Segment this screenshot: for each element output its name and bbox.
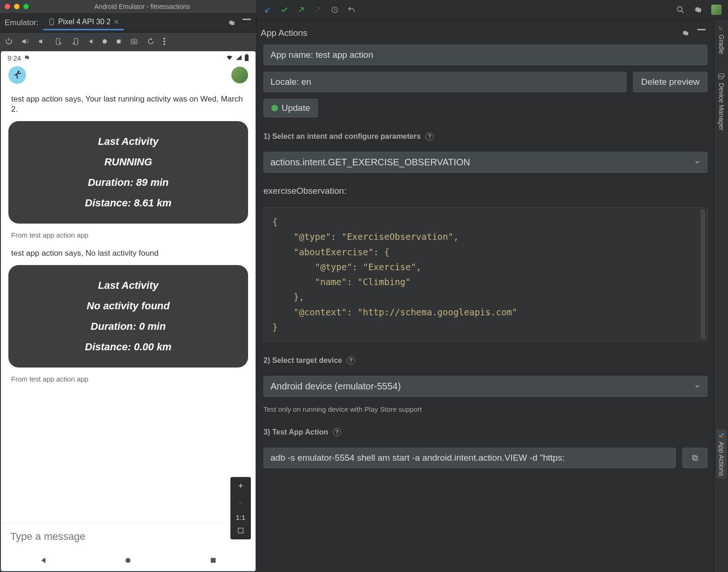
card1-source: From test app action app (11, 231, 245, 239)
nav-recents-icon[interactable] (209, 556, 217, 565)
svg-point-15 (126, 558, 131, 563)
undo-icon[interactable] (347, 6, 356, 14)
help-icon[interactable]: ? (425, 132, 434, 141)
tool-rail: Gradle Device Manager App Actions (714, 20, 728, 572)
help-icon[interactable]: ? (347, 356, 355, 365)
emulator-tab[interactable]: Pixel 4 API 30 2 ✕ (43, 15, 124, 30)
assistant-response-1: test app action says, Your last running … (11, 94, 245, 115)
emulator-toolbar (0, 33, 256, 50)
card2-type: No activity found (15, 296, 242, 316)
minimize-icon[interactable] (243, 19, 251, 20)
app-actions-panel: App Actions App name: test app action Lo… (257, 20, 714, 572)
history-icon[interactable] (330, 6, 339, 14)
assistant-input[interactable] (10, 531, 246, 543)
zoom-controls: ＋ － 1:1 (230, 477, 251, 539)
settings-gear-icon[interactable] (694, 5, 703, 14)
tab-close-icon[interactable]: ✕ (114, 18, 119, 26)
more-icon[interactable] (163, 37, 166, 46)
intent-value: actions.intent.GET_EXERCISE_OBSERVATION (270, 157, 470, 168)
close-window-dot[interactable] (5, 4, 10, 9)
device-dropdown[interactable]: Android device (emulator-5554) (263, 376, 708, 397)
nav-back-icon[interactable] (39, 556, 47, 565)
search-icon[interactable] (676, 5, 685, 14)
rotate-left-icon[interactable] (54, 37, 63, 46)
minimize-window-dot[interactable] (14, 4, 20, 9)
panel-gear-icon[interactable] (681, 29, 690, 37)
check-icon[interactable] (280, 6, 289, 14)
assistant-icon (718, 432, 725, 439)
snapshot-icon[interactable] (146, 37, 155, 46)
phone-screen: 9:24 test app action says, Your last run… (1, 51, 256, 571)
device-hint: Test only on running device with Play St… (263, 405, 708, 413)
gear-icon[interactable] (228, 19, 236, 27)
status-gear-icon (24, 54, 30, 62)
svg-point-26 (719, 436, 721, 437)
chevron-down-icon (694, 381, 701, 392)
svg-rect-23 (719, 76, 723, 79)
param-json-text: { "@type": "ExerciseObservation", "about… (272, 217, 517, 332)
rail-app-actions[interactable]: App Actions (716, 429, 727, 479)
svg-rect-16 (211, 558, 216, 563)
app-name-field[interactable]: App name: test app action (263, 45, 708, 65)
svg-point-5 (102, 39, 107, 43)
power-icon[interactable] (5, 37, 13, 46)
svg-rect-12 (246, 54, 248, 55)
record-icon[interactable] (101, 38, 108, 45)
svg-rect-11 (245, 55, 249, 61)
camera-icon[interactable] (129, 37, 139, 46)
delete-preview-button[interactable]: Delete preview (633, 72, 708, 92)
wifi-icon (226, 54, 233, 61)
svg-point-25 (721, 436, 723, 438)
volume-up-icon[interactable] (20, 37, 30, 46)
ide-window: App Actions App name: test app action Lo… (257, 0, 728, 572)
adb-command-field[interactable]: adb -s emulator-5554 shell am start -a a… (263, 448, 676, 468)
status-time: 9:24 (7, 54, 21, 62)
svg-rect-21 (693, 456, 696, 459)
phone-statusbar: 9:24 (1, 51, 256, 64)
zoom-window-dot[interactable] (23, 4, 29, 9)
zoom-fit-button[interactable] (230, 524, 251, 539)
emulator-titlebar: Android Emulator - fitnessactions (0, 0, 256, 13)
panel-title: App Actions (261, 28, 307, 38)
editor-scrollbar[interactable] (701, 210, 705, 339)
back-icon[interactable] (88, 38, 94, 45)
update-button[interactable]: Update (263, 99, 318, 117)
card2-duration: Duration: 0 min (15, 316, 242, 337)
arrow-up-right-icon[interactable] (297, 6, 305, 14)
emulator-tab-label: Pixel 4 API 30 2 (58, 18, 111, 26)
zoom-out-button[interactable]: － (230, 494, 251, 511)
arrow-disabled-icon (314, 6, 322, 14)
assistant-header (1, 64, 256, 89)
intent-dropdown[interactable]: actions.intent.GET_EXERCISE_OBSERVATION (263, 152, 708, 173)
running-icon (8, 66, 26, 84)
locale-field[interactable]: Locale: en (263, 72, 627, 92)
copy-button[interactable] (682, 448, 708, 468)
card1-title: Last Activity (15, 131, 242, 152)
zoom-in-button[interactable]: ＋ (230, 477, 251, 494)
svg-point-8 (163, 38, 165, 40)
help-icon[interactable]: ? (333, 428, 341, 436)
nav-home-icon[interactable] (124, 556, 132, 565)
step1-label: 1) Select an intent and configure parame… (263, 132, 708, 141)
stop-icon[interactable] (115, 38, 122, 45)
card2-distance: Distance: 0.00 km (15, 337, 242, 357)
rail-gradle[interactable]: Gradle (718, 24, 725, 54)
param-json-editor[interactable]: { "@type": "ExerciseObservation", "about… (263, 207, 708, 341)
panel-minimize-icon[interactable] (697, 29, 706, 31)
svg-rect-14 (238, 528, 243, 533)
card2-source: From test app action app (11, 375, 245, 383)
card1-type: RUNNING (15, 152, 242, 172)
chevron-down-icon (694, 157, 701, 168)
account-avatar[interactable] (711, 5, 721, 15)
activity-card-2: Last Activity No activity found Duration… (8, 265, 248, 368)
rail-device-manager[interactable]: Device Manager (718, 73, 725, 130)
zoom-11-button[interactable]: 1:1 (230, 511, 251, 524)
svg-point-10 (163, 43, 165, 45)
volume-down-icon[interactable] (37, 37, 47, 46)
user-avatar[interactable] (231, 67, 248, 83)
rotate-right-icon[interactable] (71, 37, 80, 46)
arrow-down-left-icon[interactable] (263, 6, 272, 14)
assistant-response-2: test app action says, No last activity f… (11, 248, 245, 259)
card1-distance: Distance: 8.61 km (15, 193, 242, 213)
card2-title: Last Activity (15, 275, 242, 296)
